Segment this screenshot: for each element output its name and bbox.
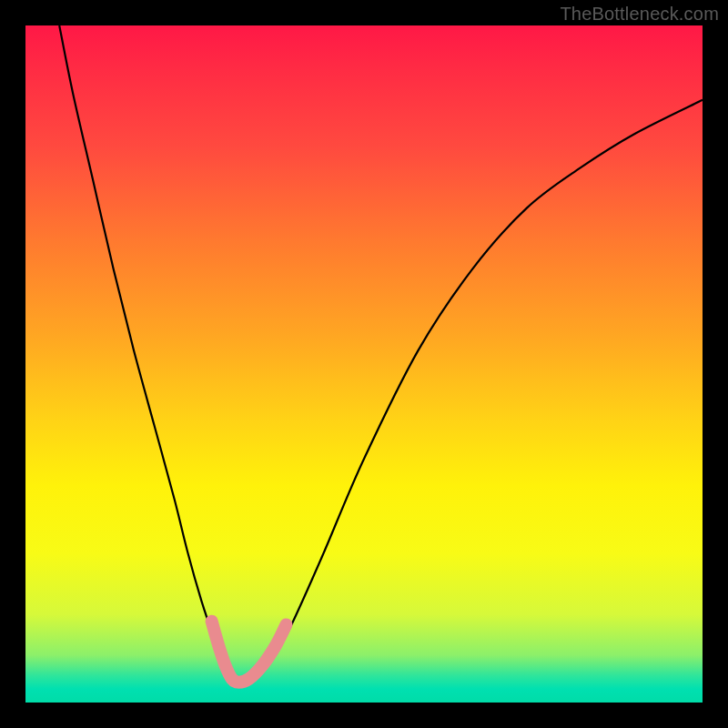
marker-band [212,622,287,682]
bottleneck-curve [59,25,703,685]
plot-area [25,25,703,703]
watermark-text: TheBottleneck.com [560,4,719,25]
chart-frame: TheBottleneck.com [0,0,728,728]
curve-layer [25,25,703,703]
